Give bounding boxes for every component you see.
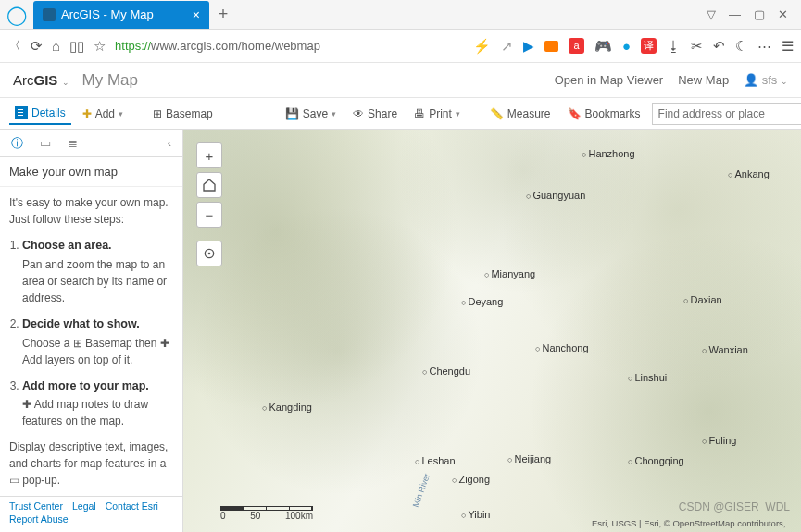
search-input[interactable] <box>653 107 801 120</box>
more-icon[interactable]: ⋯ <box>757 38 771 55</box>
basemap-button[interactable]: ⊞Basemap <box>147 104 219 124</box>
city-label: Yibin <box>461 509 491 520</box>
flash-icon[interactable]: ⚡ <box>473 38 491 55</box>
filter-icon[interactable]: ▽ <box>707 7 716 21</box>
measure-button[interactable]: 📏Measure <box>484 104 557 124</box>
arcgis-header: ArcGIS ⌄ My Map Open in Map Viewer New M… <box>0 63 801 98</box>
user-caret-icon: ⌄ <box>781 77 788 86</box>
new-map-link[interactable]: New Map <box>678 73 729 87</box>
print-label: Print <box>429 107 452 120</box>
new-tab-button[interactable]: + <box>209 5 237 24</box>
footer-link[interactable]: Trust Center <box>9 501 63 512</box>
url-field[interactable]: https://www.arcgis.com/home/webmap <box>115 39 320 53</box>
window-close[interactable]: ✕ <box>778 7 788 21</box>
share-label: Share <box>368 107 397 120</box>
orange-tile-icon[interactable] <box>544 41 558 52</box>
window-minimize[interactable]: — <box>729 7 741 21</box>
map-canvas[interactable]: + − HanzhongAnkangGuangyuanMianyangDeyan… <box>183 130 801 532</box>
measure-label: Measure <box>507 107 551 120</box>
footer-link[interactable]: Legal <box>72 501 96 512</box>
url-https: https:// <box>115 39 151 53</box>
scale-50: 50 <box>250 511 260 521</box>
print-icon: 🖶 <box>414 107 425 120</box>
watermark: CSDN @GISER_WDL <box>679 501 790 513</box>
back-icon[interactable]: 〈 <box>7 37 21 55</box>
city-label: Leshan <box>415 455 456 466</box>
content-tab-icon[interactable]: ▭ <box>40 136 51 150</box>
city-label: Chengdu <box>422 365 470 377</box>
legend-tab-icon[interactable]: ≣ <box>68 136 78 150</box>
footer-link[interactable]: Contact Esri <box>106 501 158 512</box>
side-panel-title: Make your own map <box>0 157 182 187</box>
about-tab-icon[interactable]: ⓘ <box>11 135 23 152</box>
print-button[interactable]: 🖶Print ▾ <box>408 104 466 124</box>
tab-favicon <box>43 8 56 21</box>
game-icon[interactable]: 🎮 <box>594 38 612 55</box>
download-icon[interactable]: ⭳ <box>667 38 681 54</box>
footer-link[interactable]: Report Abuse <box>9 513 69 525</box>
default-extent-button[interactable] <box>196 172 222 198</box>
terrain-layer <box>183 130 801 532</box>
user-menu[interactable]: 👤 sfs ⌄ <box>744 73 788 87</box>
browser-app-icon: ◯ <box>0 0 33 30</box>
add-button[interactable]: ✚Add ▾ <box>77 104 129 124</box>
moon-icon[interactable]: ☾ <box>735 38 747 55</box>
zoom-out-button[interactable]: − <box>196 202 222 228</box>
city-label: Kangding <box>262 402 312 413</box>
side-panel: ⓘ ▭ ≣ ‹ Make your own map It's easy to m… <box>0 130 183 532</box>
cut-icon[interactable]: ✂ <box>691 38 703 55</box>
step-heading: Add more to your map. <box>22 379 149 392</box>
details-label: Details <box>31 106 66 119</box>
save-icon: 💾 <box>285 107 299 120</box>
brand-gis: GIS <box>34 72 58 88</box>
extra-text: Display descriptive text, images, and ch… <box>9 439 173 489</box>
brand[interactable]: ArcGIS ⌄ <box>13 72 69 88</box>
page-title: My Map <box>82 71 138 90</box>
user-name: sfs <box>762 73 778 87</box>
locate-button[interactable] <box>196 241 222 266</box>
tab-close-icon[interactable]: × <box>193 7 200 22</box>
reader-icon[interactable]: ▯▯ <box>69 38 84 55</box>
star-icon[interactable]: ☆ <box>94 38 106 55</box>
brand-caret-icon: ⌄ <box>62 78 69 87</box>
bookmarks-button[interactable]: 🔖Bookmarks <box>562 104 646 124</box>
browser-tab[interactable]: ArcGIS - My Map × <box>33 1 209 29</box>
red-a-icon[interactable]: a <box>569 38 584 54</box>
share-link-icon: 👁 <box>353 107 364 120</box>
window-maximize[interactable]: ▢ <box>754 7 765 21</box>
collapse-panel-icon[interactable]: ‹ <box>168 136 171 150</box>
share-icon[interactable]: ↗ <box>501 38 513 55</box>
reload-icon[interactable]: ⟳ <box>31 38 43 55</box>
city-label: Chongqing <box>628 455 684 466</box>
step-text: Pan and zoom the map to an area or searc… <box>22 256 173 306</box>
undo-icon[interactable]: ↶ <box>713 38 725 55</box>
add-label: Add <box>95 107 115 120</box>
details-button[interactable]: Details <box>9 103 71 125</box>
search-box[interactable]: 🔍 <box>652 103 801 125</box>
steps-list: Choose an area.Pan and zoom the map to a… <box>9 237 173 429</box>
city-label: Fuling <box>702 435 736 446</box>
share-button[interactable]: 👁Share <box>347 104 403 124</box>
side-tabs: ⓘ ▭ ≣ ‹ <box>0 130 182 157</box>
step-text: ✚ Add map notes to draw features on the … <box>22 396 173 429</box>
blue-dot-icon[interactable]: ● <box>622 38 631 54</box>
tab-title: ArcGIS - My Map <box>61 7 154 21</box>
zoom-in-button[interactable]: + <box>196 142 222 168</box>
menu-icon[interactable]: ☰ <box>782 38 794 55</box>
add-icon: ✚ <box>82 107 92 120</box>
scale-100: 100km <box>285 511 313 521</box>
city-label: Ankang <box>728 168 770 179</box>
city-label: Mianyang <box>484 268 535 279</box>
header-right: Open in Map Viewer New Map 👤 sfs ⌄ <box>555 73 788 87</box>
home-icon[interactable]: ⌂ <box>52 38 60 54</box>
bookmarks-label: Bookmarks <box>585 107 641 120</box>
translate-icon[interactable]: 译 <box>641 38 657 54</box>
url-rest: www.arcgis.com/home/webmap <box>151 39 320 53</box>
basemap-icon: ⊞ <box>153 107 162 120</box>
map-toolbar: Details ✚Add ▾ ⊞Basemap 💾Save ▾ 👁Share 🖶… <box>0 98 801 130</box>
step-item: Decide what to show.Choose a ⊞ Basemap t… <box>22 315 173 368</box>
save-button[interactable]: 💾Save ▾ <box>280 104 342 124</box>
city-label: Hanzhong <box>582 148 635 159</box>
open-in-viewer-link[interactable]: Open in Map Viewer <box>555 73 664 87</box>
play-icon[interactable]: ▶ <box>523 38 534 55</box>
